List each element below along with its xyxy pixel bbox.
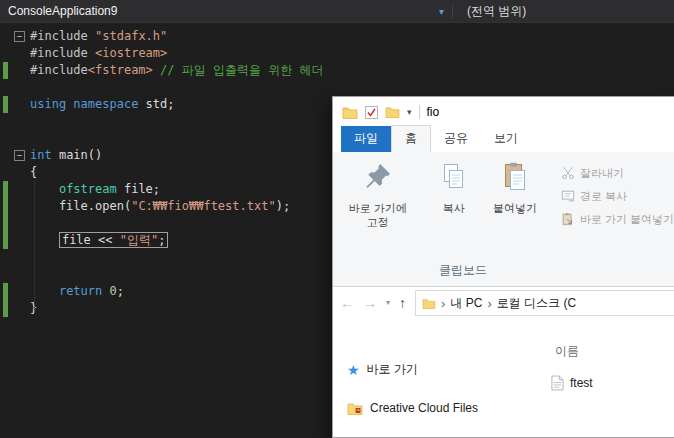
file-explorer-window: ▾ fio 파일 홈 공유 보기 바로 가기에 고정 복사 붙여넣기 xyxy=(332,96,674,438)
fold-collapse-icon[interactable]: − xyxy=(14,31,25,42)
breadcrumb-item-pc[interactable]: 내 PC xyxy=(450,295,482,312)
editor-navigation-bar: ConsoleApplication9 ▾ (전역 범위) xyxy=(0,0,674,23)
indent-guide xyxy=(34,181,35,310)
ribbon-group-label-clipboard: 클립보드 xyxy=(333,262,593,279)
paste-shortcut-icon xyxy=(561,212,575,226)
project-name: ConsoleApplication9 xyxy=(8,4,117,18)
clipboard-small-buttons: 잘라내기 경로 복사 바로 가기 붙여넣기 xyxy=(561,160,674,228)
scope-label: (전역 범위) xyxy=(467,3,526,20)
code-line-text: int main() xyxy=(30,147,102,164)
copy-label: 복사 xyxy=(433,201,475,215)
pin-label: 바로 가기에 고정 xyxy=(345,201,411,229)
copy-button[interactable]: 복사 xyxy=(429,160,479,217)
statement-highlight-box: file << "입력"; xyxy=(59,232,168,248)
fold-gutter xyxy=(8,215,30,232)
divider xyxy=(419,105,420,119)
history-dropdown-icon[interactable]: ▾ xyxy=(386,299,390,307)
tab-share[interactable]: 공유 xyxy=(431,126,481,152)
copy-icon xyxy=(433,162,475,198)
fold-gutter xyxy=(8,45,30,62)
explorer-content: ★ 바로 가기 Creative Cloud Files 이름 ftest xyxy=(333,319,674,437)
fold-gutter xyxy=(8,198,30,215)
pin-to-quick-access-button[interactable]: 바로 가기에 고정 xyxy=(341,160,415,231)
file-name: ftest xyxy=(570,376,593,390)
address-folder-icon xyxy=(422,298,436,309)
code-line-text: file.open("C:₩₩fio₩₩ftest.txt"); xyxy=(30,198,290,215)
code-line-text: #include "stdafx.h" xyxy=(30,28,167,45)
fold-gutter xyxy=(8,113,30,130)
code-line-text: using namespace std; xyxy=(30,96,175,113)
tab-view[interactable]: 보기 xyxy=(481,126,531,152)
back-button[interactable]: ← xyxy=(340,296,354,310)
explorer-titlebar[interactable]: ▾ fio xyxy=(333,97,674,127)
member-scope-dropdown[interactable]: (전역 범위) xyxy=(453,0,674,22)
properties-check-icon[interactable] xyxy=(365,106,378,119)
code-line-text: #include <iostream> xyxy=(30,45,167,62)
paste-label: 붙여넣기 xyxy=(487,201,543,215)
fold-gutter xyxy=(8,249,30,266)
paste-button[interactable]: 붙여넣기 xyxy=(483,160,547,217)
sidebar-item-creative-cloud-files[interactable]: Creative Cloud Files xyxy=(347,401,478,415)
fold-gutter xyxy=(8,181,30,198)
tab-file[interactable]: 파일 xyxy=(341,126,391,152)
code-line[interactable]: −#include "stdafx.h" xyxy=(0,28,674,45)
file-item-ftest[interactable]: ftest xyxy=(551,375,593,391)
breadcrumb-item-drive[interactable]: 로컬 디스크 (C xyxy=(497,295,576,312)
fold-gutter xyxy=(8,79,30,96)
up-button[interactable]: ↑ xyxy=(399,296,406,310)
forward-button[interactable]: → xyxy=(363,296,377,310)
cut-label: 잘라내기 xyxy=(580,166,624,181)
ribbon-tab-bar: 파일 홈 공유 보기 xyxy=(333,127,674,152)
copy-path-button[interactable]: 경로 복사 xyxy=(561,187,674,205)
file-icon xyxy=(551,375,564,391)
fold-gutter: − xyxy=(8,28,30,45)
fold-gutter xyxy=(8,130,30,147)
breadcrumb-chevron-icon: › xyxy=(487,296,491,311)
fold-gutter xyxy=(8,96,30,113)
project-scope-dropdown[interactable]: ConsoleApplication9 ▾ xyxy=(0,0,452,22)
fold-gutter xyxy=(8,283,30,300)
quick-access-toolbar-caret-icon[interactable]: ▾ xyxy=(407,107,412,117)
column-header-name[interactable]: 이름 xyxy=(555,343,579,360)
fold-gutter xyxy=(8,266,30,283)
address-bar[interactable]: › 내 PC › 로컬 디스크 (C xyxy=(415,290,674,316)
fold-gutter xyxy=(8,232,30,249)
window-folder-icon xyxy=(342,106,358,119)
fold-gutter xyxy=(8,300,30,317)
code-line[interactable]: #include <iostream> xyxy=(0,45,674,62)
code-line-text: #include<fstream> // 파일 입출력을 위한 헤더 xyxy=(30,62,323,79)
ribbon-home: 바로 가기에 고정 복사 붙여넣기 잘라내기 xyxy=(333,152,674,287)
pushpin-icon xyxy=(345,162,411,198)
code-line[interactable]: #include<fstream> // 파일 입출력을 위한 헤더 xyxy=(0,62,674,79)
paste-icon xyxy=(487,162,543,198)
creative-cloud-label: Creative Cloud Files xyxy=(370,401,478,415)
navigation-bar: ← → ▾ ↑ › 내 PC › 로컬 디스크 (C xyxy=(333,287,674,319)
code-line-text: { xyxy=(30,164,37,181)
cut-button[interactable]: 잘라내기 xyxy=(561,164,674,182)
sidebar-item-quick-access[interactable]: ★ 바로 가기 xyxy=(347,361,418,378)
fold-gutter: − xyxy=(8,147,30,164)
code-line-text: ofstream file; xyxy=(30,181,160,198)
fold-gutter xyxy=(8,62,30,79)
fold-gutter xyxy=(8,164,30,181)
quick-access-label: 바로 가기 xyxy=(367,361,418,378)
code-line-text: file << "입력"; xyxy=(30,232,168,249)
star-icon: ★ xyxy=(347,363,360,377)
copy-path-label: 경로 복사 xyxy=(580,189,627,204)
new-folder-icon[interactable] xyxy=(385,106,400,118)
tab-home[interactable]: 홈 xyxy=(391,125,431,153)
paste-shortcut-button[interactable]: 바로 가기 붙여넣기 xyxy=(561,210,674,228)
copy-path-icon xyxy=(561,189,575,203)
paste-shortcut-label: 바로 가기 붙여넣기 xyxy=(580,212,674,227)
creative-cloud-folder-icon xyxy=(347,402,363,415)
fold-collapse-icon[interactable]: − xyxy=(14,150,25,161)
scissors-icon xyxy=(561,166,575,180)
breadcrumb-chevron-icon: › xyxy=(441,296,445,311)
code-line-text: return 0; xyxy=(30,283,124,300)
chevron-down-icon: ▾ xyxy=(439,6,444,17)
window-title: fio xyxy=(427,105,440,119)
code-line[interactable] xyxy=(0,79,674,96)
